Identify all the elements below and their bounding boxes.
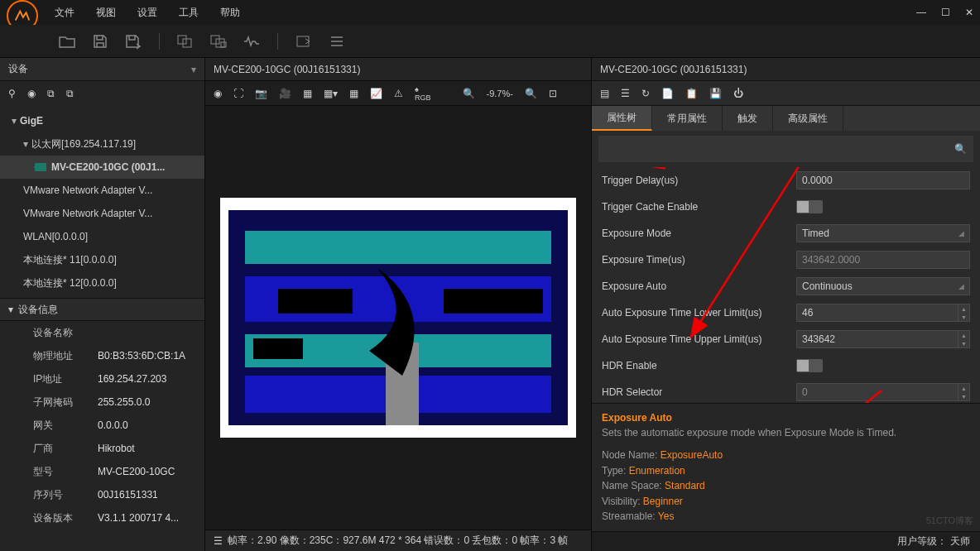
property-select[interactable]: Continuous◢ <box>796 277 970 295</box>
clone-icon[interactable]: ⧉ <box>66 88 74 99</box>
tree-adapter[interactable]: 本地连接* 11[0.0.0.0] <box>0 248 204 271</box>
multiview1-icon[interactable] <box>176 32 195 50</box>
close-button[interactable]: ✕ <box>965 7 973 18</box>
info-key: 序列号 <box>33 488 98 502</box>
tab-property-tree[interactable]: 属性树 <box>592 106 652 131</box>
zoom-out-icon[interactable]: 🔍 <box>463 88 475 99</box>
info-row: 物理地址B0:B3:53:6D:CB:1A <box>0 344 204 367</box>
preview-image <box>228 210 568 425</box>
property-search[interactable]: 🔍 <box>598 136 973 162</box>
open-icon[interactable] <box>58 32 76 50</box>
menu-settings[interactable]: 设置 <box>137 6 157 20</box>
viewer-tab-row: MV-CE200-10GC (00J16151331) <box>205 58 591 81</box>
svg-rect-3 <box>216 39 224 47</box>
tree-adapter[interactable]: VMware Network Adapter V... <box>0 202 204 225</box>
tree-adapter[interactable]: VMware Network Adapter V... <box>0 179 204 202</box>
prop-icon[interactable]: 💾 <box>709 88 722 99</box>
search-input[interactable] <box>605 143 954 155</box>
tab-common[interactable]: 常用属性 <box>652 106 723 131</box>
menu-view[interactable]: 视图 <box>96 6 116 20</box>
fullscreen-icon[interactable]: ⛶ <box>233 88 243 99</box>
tab-trigger[interactable]: 触发 <box>723 106 773 131</box>
grid-dropdown-icon[interactable]: ▦▾ <box>324 88 338 99</box>
grid2-icon[interactable]: ▦ <box>349 88 358 99</box>
property-row: Trigger Cache Enable <box>595 194 977 220</box>
chart-icon[interactable]: 📈 <box>370 88 382 99</box>
info-value: 0.0.0.0 <box>98 419 128 431</box>
grid1-icon[interactable]: ▦ <box>303 88 312 99</box>
info-value: B0:B3:53:6D:CB:1A <box>98 350 185 362</box>
prop-icon[interactable]: 📄 <box>661 88 674 99</box>
menu-help[interactable]: 帮助 <box>220 6 240 20</box>
property-row: Auto Exposure Time Upper Limit(us)▲▼ <box>595 326 977 352</box>
prop-icon[interactable]: 📋 <box>685 88 698 99</box>
property-key: Auto Exposure Time Upper Limit(us) <box>602 333 796 345</box>
property-toggle[interactable] <box>796 200 823 213</box>
viewer-tab[interactable]: MV-CE200-10GC (00J16151331) <box>214 64 360 75</box>
tree-camera-selected[interactable]: MV-CE200-10GC (00J1... <box>0 156 204 179</box>
property-spin-input[interactable] <box>796 304 958 322</box>
left-panel: 设备 ▾ ⚲ ◉ ⧉ ⧉ ▾GigE ▾以太网[169.254.117.19] … <box>0 58 205 551</box>
menu-tools[interactable]: 工具 <box>179 6 199 20</box>
prop-icon[interactable]: ⏻ <box>733 88 743 99</box>
property-spin-input[interactable] <box>796 330 958 348</box>
zoom-in-icon[interactable]: 🔍 <box>525 88 537 99</box>
image-viewport[interactable] <box>205 106 591 529</box>
search-icon[interactable]: 🔍 <box>954 143 967 155</box>
prop-icon[interactable]: ▤ <box>600 88 609 99</box>
panel-collapse-icon[interactable]: ▾ <box>191 64 196 75</box>
desc-title: Exposure Auto <box>602 412 672 424</box>
image-frame <box>220 198 576 438</box>
svg-rect-13 <box>444 289 543 314</box>
export-icon[interactable] <box>295 32 313 50</box>
fit-icon[interactable]: ⊡ <box>549 88 557 99</box>
spin-down-icon[interactable]: ▼ <box>958 339 969 347</box>
property-select[interactable]: Timed◢ <box>796 224 970 242</box>
info-value: Hikrobot <box>98 443 135 454</box>
record-icon[interactable]: ◉ <box>214 88 222 99</box>
svg-rect-2 <box>211 36 219 44</box>
property-toggle[interactable] <box>796 359 823 372</box>
spin-down-icon[interactable]: ▼ <box>958 392 969 400</box>
tree-root-gige[interactable]: ▾GigE <box>0 109 204 132</box>
prop-icon[interactable]: ☰ <box>621 88 630 99</box>
spin-up-icon[interactable]: ▲ <box>958 384 969 392</box>
info-value: 169.254.27.203 <box>98 373 166 385</box>
tree-adapter[interactable]: 本地连接* 12[0.0.0.0] <box>0 271 204 295</box>
tree-adapter[interactable]: WLAN[0.0.0.0] <box>0 225 204 248</box>
property-panel-title: MV-CE200-10GC (00J16151331) <box>592 58 980 81</box>
viewer-statusbar: ☰帧率：2.90 像数：235C：927.6M 472 * 364 错误数：0 … <box>205 529 591 551</box>
spin-up-icon[interactable]: ▲ <box>958 304 969 313</box>
tree-eth[interactable]: ▾以太网[169.254.117.19] <box>0 132 204 156</box>
minimize-button[interactable]: — <box>916 7 926 18</box>
filter-icon[interactable]: ⚲ <box>8 88 16 99</box>
spin-up-icon[interactable]: ▲ <box>958 331 969 339</box>
copy-icon[interactable]: ⧉ <box>47 88 55 99</box>
svg-rect-4 <box>221 42 226 47</box>
info-row: 网关0.0.0.0 <box>0 414 204 437</box>
stop-icon[interactable]: ◉ <box>27 88 36 99</box>
save-as-icon[interactable] <box>124 32 142 50</box>
info-value: 255.255.0.0 <box>98 396 150 408</box>
spin-down-icon[interactable]: ▼ <box>958 313 969 321</box>
prop-icon[interactable]: ↻ <box>641 88 650 99</box>
svg-rect-0 <box>178 36 186 44</box>
multiview2-icon[interactable] <box>209 32 228 50</box>
user-level-value[interactable]: 天师 <box>950 534 970 549</box>
info-key: 设备名称 <box>33 326 98 340</box>
snapshot-icon[interactable]: 📷 <box>255 88 267 99</box>
property-input[interactable] <box>796 171 970 189</box>
info-row: 设备版本V3.1.1 200717 4... <box>0 506 204 529</box>
tab-advanced[interactable]: 高级属性 <box>773 106 843 131</box>
device-panel-header: 设备 ▾ <box>0 58 204 81</box>
menu-file[interactable]: 文件 <box>55 6 74 20</box>
user-level-label: 用户等级： <box>897 534 947 549</box>
signal-icon[interactable] <box>243 32 261 50</box>
rgb-icon[interactable]: ♠RGB <box>415 85 431 102</box>
video-icon[interactable]: 🎥 <box>279 88 291 99</box>
list-icon[interactable] <box>328 32 346 50</box>
info-key: 厂商 <box>33 442 98 456</box>
save-icon[interactable] <box>91 32 109 50</box>
warning-icon[interactable]: ⚠ <box>394 88 403 99</box>
maximize-button[interactable]: ☐ <box>941 7 950 18</box>
